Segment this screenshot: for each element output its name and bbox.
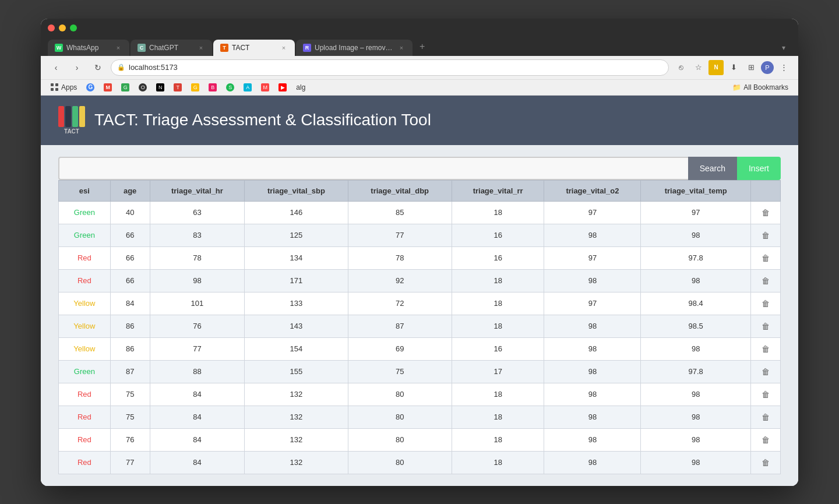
cell-rr: 18 <box>452 383 544 406</box>
delete-row-button[interactable]: 🗑 <box>758 275 773 287</box>
insert-button[interactable]: Insert <box>737 157 781 180</box>
delete-row-button[interactable]: 🗑 <box>758 252 773 264</box>
spotify-icon: S <box>226 83 234 91</box>
cell-delete[interactable]: 🗑 <box>751 383 781 406</box>
bookmark-music[interactable]: M <box>258 82 272 93</box>
tab-whatsapp[interactable]: W WhatsApp × <box>48 40 129 56</box>
cell-rr: 17 <box>452 360 544 383</box>
logo-bars <box>58 106 85 127</box>
cell-o2: 98 <box>544 451 641 474</box>
alg-label: alg <box>296 83 305 91</box>
cell-delete[interactable]: 🗑 <box>751 224 781 246</box>
reload-button[interactable]: ↻ <box>90 59 106 76</box>
cell-delete[interactable]: 🗑 <box>751 337 781 360</box>
cell-delete[interactable]: 🗑 <box>751 315 781 337</box>
extension-3[interactable]: ⊞ <box>743 60 759 75</box>
more-button[interactable]: ⋮ <box>776 60 791 75</box>
bookmark-alg[interactable]: alg <box>293 82 308 93</box>
table-row: Red 75 84 132 80 18 98 98 🗑 <box>59 383 781 406</box>
all-bookmarks-label: All Bookmarks <box>743 83 788 91</box>
delete-row-button[interactable]: 🗑 <box>758 343 773 355</box>
delete-row-button[interactable]: 🗑 <box>758 298 773 309</box>
cell-delete[interactable]: 🗑 <box>751 406 781 428</box>
bookmark-button[interactable]: ☆ <box>691 60 706 75</box>
cell-delete[interactable]: 🗑 <box>751 360 781 383</box>
delete-row-button[interactable]: 🗑 <box>758 207 773 218</box>
forward-button[interactable]: › <box>69 59 85 76</box>
bookmark-a[interactable]: A <box>241 82 255 93</box>
address-bar[interactable]: 🔒 localhost:5173 <box>111 59 669 76</box>
search-button[interactable]: Search <box>688 157 737 180</box>
cell-hr: 84 <box>150 383 245 406</box>
cell-sbp: 132 <box>245 406 348 428</box>
cell-dbp: 78 <box>348 246 452 269</box>
bookmark-g2[interactable]: G <box>118 82 132 93</box>
cell-delete[interactable]: 🗑 <box>751 292 781 315</box>
github-icon: O <box>139 83 147 91</box>
cell-delete[interactable]: 🗑 <box>751 246 781 269</box>
share-button[interactable]: ⎋ <box>674 60 689 75</box>
cell-delete[interactable]: 🗑 <box>751 451 781 474</box>
cell-dbp: 69 <box>348 337 452 360</box>
back-button[interactable]: ‹ <box>48 59 64 76</box>
bookmark-b[interactable]: B <box>206 82 220 93</box>
cell-temp: 98.4 <box>641 292 751 315</box>
app-content: TACT TACT: Triage Assessment & Classific… <box>41 96 798 486</box>
cell-dbp: 92 <box>348 269 452 292</box>
extension-2[interactable]: ⬇ <box>726 60 741 75</box>
bookmark-gmail[interactable]: M <box>101 82 115 93</box>
cell-sbp: 132 <box>245 383 348 406</box>
extension-1[interactable]: N <box>708 60 724 75</box>
bookmark-apps[interactable]: Apps <box>48 82 80 93</box>
table-row: Red 66 98 171 92 18 98 98 🗑 <box>59 269 781 292</box>
delete-row-button[interactable]: 🗑 <box>758 457 773 468</box>
tab-chatgpt[interactable]: C ChatGPT × <box>131 40 212 56</box>
delete-row-button[interactable]: 🗑 <box>758 230 773 241</box>
todoist-icon: T <box>174 83 182 91</box>
search-input[interactable] <box>58 157 688 180</box>
tab-remove-bg[interactable]: R Upload Image – remove.bg × <box>296 40 413 56</box>
col-rr: triage_vital_rr <box>452 180 544 201</box>
cell-temp: 98 <box>641 224 751 246</box>
delete-row-button[interactable]: 🗑 <box>758 411 773 423</box>
nav-actions: ⎋ ☆ N ⬇ ⊞ P ⋮ <box>674 60 791 75</box>
profile-button[interactable]: P <box>761 61 774 74</box>
cell-dbp: 85 <box>348 201 452 224</box>
bookmark-youtube[interactable]: ▶ <box>276 82 290 93</box>
tab-menu-button[interactable]: ▾ <box>776 40 791 56</box>
cell-dbp: 77 <box>348 224 452 246</box>
maximize-button[interactable] <box>70 24 77 31</box>
tab-whatsapp-close[interactable]: × <box>114 44 122 52</box>
address-text: localhost:5173 <box>129 63 178 72</box>
delete-row-button[interactable]: 🗑 <box>758 389 773 400</box>
table-row: Yellow 86 77 154 69 16 98 98 🗑 <box>59 337 781 360</box>
table-row: Green 87 88 155 75 17 98 97.8 🗑 <box>59 360 781 383</box>
bookmark-google[interactable]: G <box>83 82 97 93</box>
bookmark-notion[interactable]: N <box>153 82 167 93</box>
cell-o2: 97 <box>544 292 641 315</box>
tab-remove-bg-close[interactable]: × <box>397 44 406 52</box>
cell-rr: 18 <box>452 451 544 474</box>
cell-delete[interactable]: 🗑 <box>751 201 781 224</box>
tab-tact[interactable]: T TACT × <box>213 40 295 56</box>
cell-esi: Yellow <box>59 292 111 315</box>
cell-delete[interactable]: 🗑 <box>751 269 781 292</box>
minimize-button[interactable] <box>59 24 66 31</box>
close-button[interactable] <box>48 24 55 31</box>
delete-row-button[interactable]: 🗑 <box>758 434 773 446</box>
delete-row-button[interactable]: 🗑 <box>758 320 773 332</box>
folder-icon: 📁 <box>732 83 741 91</box>
all-bookmarks[interactable]: 📁 All Bookmarks <box>729 82 791 93</box>
bookmark-g3[interactable]: G <box>188 82 202 93</box>
bookmark-todoist[interactable]: T <box>171 82 185 93</box>
tab-chatgpt-close[interactable]: × <box>197 44 205 52</box>
bookmark-github[interactable]: O <box>136 82 150 93</box>
cell-age: 86 <box>110 315 150 337</box>
delete-row-button[interactable]: 🗑 <box>758 366 773 378</box>
bookmark-spotify[interactable]: S <box>223 82 237 93</box>
new-tab-button[interactable]: + <box>414 37 431 56</box>
cell-rr: 16 <box>452 246 544 269</box>
cell-delete[interactable]: 🗑 <box>751 428 781 451</box>
tab-tact-close[interactable]: × <box>280 44 288 52</box>
table-row: Green 66 83 125 77 16 98 98 🗑 <box>59 224 781 246</box>
